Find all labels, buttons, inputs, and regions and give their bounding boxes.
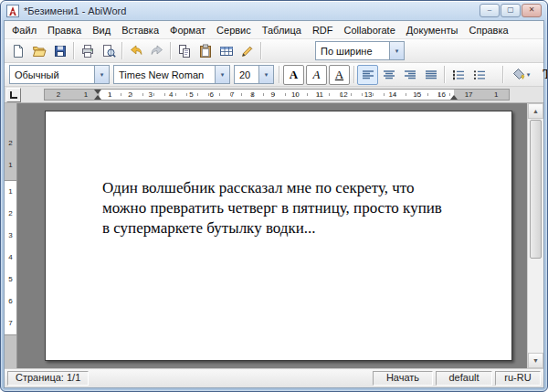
paste-clipboard-icon: [198, 44, 213, 58]
ruler-number: 7: [230, 90, 234, 99]
font-size-value: 20: [235, 69, 258, 80]
zoom-select[interactable]: По ширине ▾: [315, 41, 405, 60]
format-painter-button[interactable]: [237, 41, 258, 61]
font-value: Times New Roman: [114, 69, 215, 80]
menu-item-table[interactable]: Таблица: [257, 24, 307, 37]
toolbar-separator: [353, 66, 354, 83]
fill-color-button[interactable]: ▾: [506, 65, 535, 85]
align-justify-button[interactable]: [420, 65, 441, 85]
paint-bucket-icon: [511, 68, 526, 82]
ruler-number: 2: [57, 90, 60, 99]
status-language[interactable]: ru-RU: [495, 371, 541, 386]
vertical-ruler-text-area: 1 2 3 4 5 6 7: [5, 180, 16, 335]
paragraph[interactable]: Один волшебник рассказал мне по секрету,…: [102, 178, 475, 238]
italic-button[interactable]: А: [306, 65, 327, 85]
font-color-button[interactable]: T ▾: [535, 65, 548, 85]
status-insert-mode[interactable]: Начать: [373, 371, 433, 386]
ruler-text-area[interactable]: 1 2 3 4 5 6 7 8 9 10 11 12 13 14 15 16: [100, 90, 454, 100]
undo-icon: [129, 44, 143, 58]
maximize-button[interactable]: ▢: [501, 4, 521, 17]
toolbar-separator: [502, 66, 503, 83]
ruler-number: 4: [169, 90, 173, 99]
bullet-list-icon: [473, 69, 486, 80]
copy-button[interactable]: [174, 41, 195, 61]
new-document-button[interactable]: [7, 41, 28, 61]
font-select[interactable]: Times New Roman ▾: [113, 65, 230, 84]
ruler-number: 5: [5, 269, 16, 291]
menu-item-format[interactable]: Формат: [164, 24, 211, 37]
align-center-icon: [383, 69, 395, 80]
chevron-down-icon[interactable]: ▾: [258, 66, 273, 83]
paste-button[interactable]: [195, 41, 216, 61]
minimize-button[interactable]: –: [480, 4, 500, 17]
ruler-number: 1: [84, 90, 88, 99]
align-right-button[interactable]: [399, 65, 420, 85]
chevron-down-icon[interactable]: ▾: [215, 66, 229, 83]
horizontal-ruler[interactable]: 2 1 1 2 3 4 5 6 7 8 9 10 11 12 13: [44, 89, 510, 101]
bold-button[interactable]: А: [283, 65, 304, 85]
menu-item-file[interactable]: Файл: [6, 24, 42, 37]
underline-button[interactable]: А: [329, 65, 350, 85]
title-bar[interactable]: *Безимени1 - AbiWord – ▢ ✕: [1, 1, 547, 20]
bullet-list-button[interactable]: [469, 65, 490, 85]
ruler-number: 2: [5, 132, 16, 154]
document-workspace: 2 1 1 2 3 4 5 6 7 Один волшебник рассказ…: [5, 103, 543, 368]
save-button[interactable]: [49, 41, 70, 61]
vertical-ruler-top-margin: 2 1: [5, 103, 16, 180]
ruler-right-margin[interactable]: 17 1: [454, 90, 509, 100]
status-style[interactable]: default: [436, 371, 492, 386]
new-document-icon: [11, 44, 26, 58]
status-page-indicator: Страница: 1/1: [7, 371, 89, 386]
insert-table-button[interactable]: [216, 41, 237, 61]
left-indent-marker[interactable]: [94, 95, 101, 100]
vertical-scrollbar[interactable]: ▲ ▼: [527, 103, 543, 368]
first-line-indent-marker[interactable]: [94, 90, 101, 94]
status-spacer: [91, 372, 370, 385]
toolbar-separator: [260, 42, 261, 59]
ruler-number: 11: [316, 90, 323, 99]
print-button[interactable]: [77, 41, 98, 61]
chevron-down-icon[interactable]: ▾: [94, 66, 109, 83]
menu-item-collaborate[interactable]: Collaborate: [339, 24, 401, 37]
ruler-number: 3: [5, 225, 16, 247]
document-page[interactable]: Один волшебник рассказал мне по секрету,…: [45, 111, 512, 361]
close-button[interactable]: ✕: [522, 4, 542, 17]
toolbar-separator: [73, 42, 74, 59]
scroll-down-icon[interactable]: ▼: [528, 353, 543, 368]
menu-item-help[interactable]: Справка: [463, 24, 513, 37]
vertical-ruler[interactable]: 2 1 1 2 3 4 5 6 7: [5, 103, 17, 368]
pen-icon: [240, 44, 255, 58]
scroll-up-icon[interactable]: ▲: [528, 103, 543, 119]
numbered-list-button[interactable]: [448, 65, 469, 85]
right-indent-marker[interactable]: [450, 95, 458, 100]
ruler-number: 2: [128, 90, 132, 99]
menu-item-rdf[interactable]: RDF: [307, 24, 339, 37]
font-size-select[interactable]: 20 ▾: [234, 65, 274, 84]
redo-button[interactable]: [146, 41, 167, 61]
ruler-left-margin[interactable]: 2 1: [45, 90, 100, 100]
font-color-t-glyph: T: [543, 68, 548, 81]
style-select[interactable]: Обычный ▾: [9, 65, 110, 84]
undo-button[interactable]: [125, 41, 146, 61]
horizontal-ruler-row: 2 1 1 2 3 4 5 6 7 8 9 10 11 12 13: [5, 87, 543, 103]
ruler-number: 12: [340, 90, 348, 99]
align-left-button[interactable]: [357, 65, 378, 85]
chevron-down-icon[interactable]: ▾: [527, 71, 531, 79]
align-center-button[interactable]: [378, 65, 399, 85]
menu-item-edit[interactable]: Правка: [42, 24, 87, 37]
ruler-number: 8: [250, 90, 254, 99]
toolbar-separator: [444, 66, 445, 83]
ruler-number: 2: [5, 203, 16, 225]
menu-item-documents[interactable]: Документы: [401, 24, 464, 37]
menu-item-tools[interactable]: Сервис: [211, 24, 257, 37]
document-area[interactable]: Один волшебник рассказал мне по секрету,…: [17, 103, 527, 368]
scrollbar-thumb[interactable]: [530, 120, 542, 259]
tab-stop-selector[interactable]: [6, 88, 21, 102]
chevron-down-icon[interactable]: ▾: [389, 42, 404, 59]
print-preview-button[interactable]: [98, 41, 119, 61]
tab-stop-l-icon: [10, 91, 17, 99]
menu-item-view[interactable]: Вид: [87, 24, 116, 37]
menu-item-insert[interactable]: Вставка: [116, 24, 164, 37]
scrollbar-track[interactable]: [528, 260, 543, 353]
open-button[interactable]: [28, 41, 49, 61]
